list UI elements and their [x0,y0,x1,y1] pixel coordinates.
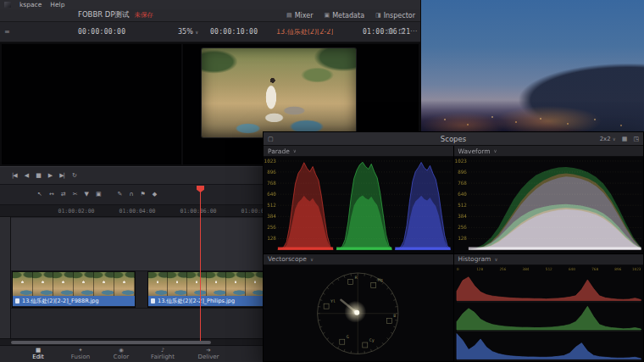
stop-button[interactable]: ■ [36,173,41,179]
marker-icon[interactable]: ◆ [153,192,156,198]
vectorscope-panel: Vectorscope ∨ RMgBCyGYl [264,254,453,362]
svg-text:128: 128 [476,266,483,270]
svg-text:Mg: Mg [378,277,383,283]
viewer-toolbar: ≡ 00:00:00:00 35% ∨ 00:00:10:00 13.仙乐处(2… [0,22,420,42]
clip-thumbnail [187,272,207,296]
svg-text:256: 256 [458,224,467,230]
clip-thumbnail [33,272,53,296]
tab-color[interactable]: ◉Color [114,348,129,360]
svg-text:512: 512 [545,266,552,270]
svg-text:384: 384 [458,213,467,219]
pen-tool-icon[interactable]: ✎ [118,192,122,198]
clip-name-label: 13.仙乐处(2)[2-2]_F988R.jpg [22,298,99,305]
histogram-panel: Histogram ∨ 01282563845126407688961023 [454,254,644,362]
file-icon [151,298,155,304]
menu-workspace[interactable]: kspace [19,1,42,8]
track-header[interactable] [0,217,11,338]
svg-text:Cy: Cy [369,337,375,343]
project-status: 未保存 [135,11,154,19]
ruler-tick-label: 01:00:02:00 [58,208,94,214]
vectorscope-plot: RMgBCyGYl [264,265,453,362]
loop-button[interactable]: ↻ [72,173,76,179]
overwrite-clip-icon[interactable]: ▣ [96,192,101,198]
waveform-body: 1023896768640512384256128 [454,157,644,253]
viewer-clip-title: 13.仙乐处(2)[2-2] [276,29,333,36]
razor-tool-icon[interactable]: ✂ [73,192,77,198]
svg-text:640: 640 [568,266,575,270]
scopes-layout-value: 2x2 [600,136,611,142]
dynamic-trim-icon[interactable]: ⇄ [61,192,65,198]
vectorscope-body: RMgBCyGYl [264,265,453,362]
svg-text:128: 128 [267,235,276,241]
tab-edit[interactable]: ▦Edit [32,348,44,360]
svg-text:896: 896 [458,169,467,175]
chevron-down-icon: ∨ [310,257,314,262]
mixer-button[interactable]: ▤ Mixer [286,12,313,19]
single-viewer-icon[interactable]: ▢ [387,28,394,35]
scopes-window-title: Scopes [441,135,466,143]
svg-text:640: 640 [458,191,467,197]
parade-body: 1023896768640512384256128 [264,157,453,253]
vectorscope-header[interactable]: Vectorscope ∨ [264,254,453,265]
tab-label: Deliver [198,354,219,361]
histogram-title: Histogram [458,255,491,263]
svg-text:G: G [347,334,349,339]
dual-viewer-icon[interactable]: ◫ [398,28,405,35]
tab-label: Fusion [71,354,90,361]
svg-text:1023: 1023 [631,266,641,270]
svg-text:1023: 1023 [264,158,277,164]
source-timecode: 00:00:00:00 [78,29,125,36]
scopes-window: ▢ Scopes 2x2 ∨ ▦ ◳ Parade ∨ 102389676864… [263,131,644,362]
go-to-start-button[interactable]: |◀ [12,173,17,179]
playhead[interactable] [200,187,201,341]
clip-thumbnails [13,272,135,296]
mixer-icon: ▤ [286,12,292,19]
waveform-header[interactable]: Waveform ∨ [454,146,644,157]
tab-fairlight[interactable]: ♪Fairlight [151,348,175,360]
play-button[interactable]: ▶ [48,173,52,179]
viewer-menu-icon[interactable]: ≡ [4,29,10,36]
tab-label: Fairlight [151,354,175,361]
file-icon [15,298,19,304]
inspector-label: Inspector [384,12,415,19]
tab-fusion[interactable]: ✦Fusion [71,348,90,360]
histogram-plot: 01282563845126407688961023 [454,265,644,362]
scopes-header[interactable]: ▢ Scopes 2x2 ∨ ▦ ◳ [264,132,643,146]
menu-help[interactable]: Help [50,1,64,8]
snapping-icon[interactable]: ∩ [129,192,132,198]
project-title: FOBBR DP测试 [78,10,130,20]
zoom-select[interactable]: 35% ∨ [178,29,198,36]
scopes-layout-select[interactable]: 2x2 ∨ [600,136,616,142]
inspector-button[interactable]: ◨ Inspector [375,12,415,19]
histogram-body: 01282563845126407688961023 [454,265,644,362]
parade-header[interactable]: Parade ∨ [264,146,453,157]
go-to-end-button[interactable]: ▶| [59,173,64,179]
timeline-clip[interactable]: 13.仙乐处(2)[2-2]_Philips.jpg [147,271,266,308]
clip-thumbnail [148,272,168,296]
mixer-label: Mixer [295,12,314,19]
waveform-plot: 1023896768640512384256128 [454,157,644,253]
viewer-options-icon[interactable]: ⋯ [410,28,417,35]
scrollbar-thumb[interactable] [11,341,211,344]
waveform-panel: Waveform ∨ 1023896768640512384256128 [454,146,644,253]
chevron-down-icon: ∨ [293,148,297,153]
tools-extra: ✎∩⚑◆ [118,192,157,198]
scopes-pin-icon[interactable]: ▢ [268,136,274,142]
trim-tool-icon[interactable]: ↔ [49,192,53,198]
source-viewer[interactable] [2,44,181,164]
insert-clip-icon[interactable]: ▼ [85,192,88,198]
title-bar: FOBBR DP测试 未保存 ▤ Mixer ▣ Metadata ◨ Insp… [0,9,420,22]
app-logo-icon [4,2,11,8]
tab-deliver[interactable]: ➔Deliver [198,348,219,360]
svg-text:128: 128 [458,235,467,241]
flag-icon[interactable]: ⚑ [141,192,145,198]
histogram-header[interactable]: Histogram ∨ [454,254,644,265]
clip-thumbnail [114,272,135,296]
scopes-grid-icon[interactable]: ▦ [622,136,628,142]
selection-tool-icon[interactable]: ↖ [37,192,42,198]
svg-text:256: 256 [267,224,276,230]
metadata-button[interactable]: ▣ Metadata [325,12,365,19]
step-backward-button[interactable]: ◀ [25,173,28,179]
scopes-expand-icon[interactable]: ◳ [633,136,639,142]
timeline-clip[interactable]: 13.仙乐处(2)[2-2]_F988R.jpg [12,271,136,308]
